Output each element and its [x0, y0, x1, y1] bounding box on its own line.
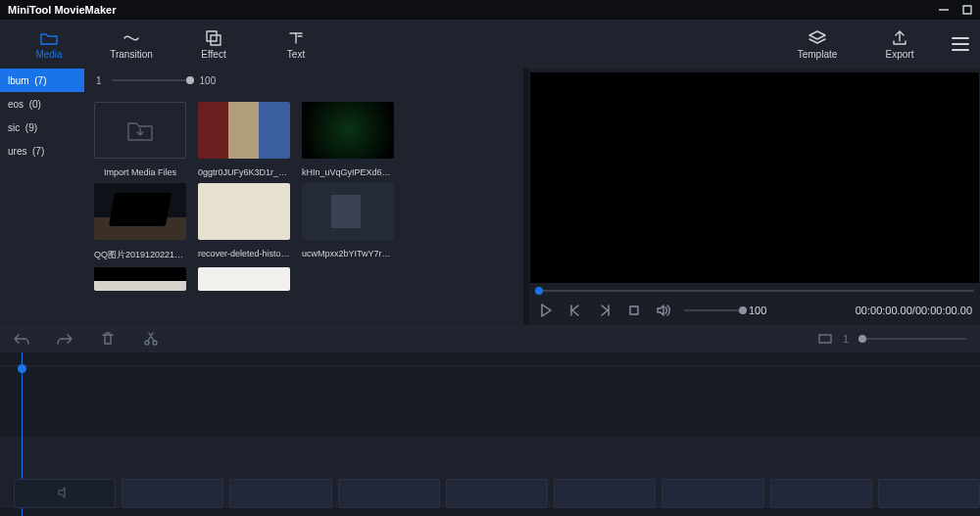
timeline-zoom-value: 1 [843, 333, 849, 345]
tab-effect-label: Effect [201, 49, 225, 60]
media-zoom-min: 1 [96, 75, 102, 86]
svg-rect-3 [211, 35, 220, 45]
tab-transition-label: Transition [110, 49, 153, 60]
menu-button[interactable] [949, 32, 972, 56]
volume-value: 100 [749, 305, 766, 316]
media-item[interactable]: 0ggtr0JUFy6K3D1r_9aS... [198, 102, 290, 177]
svg-rect-10 [819, 335, 831, 343]
folder-icon [40, 29, 58, 47]
timeline-segment[interactable] [770, 479, 872, 508]
play-button[interactable] [537, 302, 555, 319]
audio-track[interactable] [0, 437, 980, 472]
stop-button[interactable] [625, 302, 643, 319]
media-item[interactable]: ucwMpxx2bYITwY7rZ... [302, 183, 394, 261]
tab-text-label: Text [287, 49, 305, 60]
undo-button[interactable] [14, 331, 29, 347]
app-title: MiniTool MovieMaker [8, 4, 116, 16]
timeline-segment[interactable] [446, 479, 548, 508]
media-grid: Import Media Files 0ggtr0JUFy6K3D1r_9aS.… [84, 92, 523, 325]
maximize-button[interactable] [962, 5, 972, 15]
player-controls: 100 00:00:00.00/00:00:00.00 [529, 296, 980, 325]
tab-media[interactable]: Media [8, 21, 90, 68]
sidebar-videos-label: eos (0) [8, 99, 41, 110]
tab-transition[interactable]: Transition [90, 21, 172, 68]
sidebar-item-videos[interactable]: eos (0) [0, 92, 84, 116]
template-icon [808, 29, 826, 47]
timeline-segment[interactable] [338, 479, 440, 508]
svg-rect-1 [963, 6, 971, 14]
media-item[interactable] [94, 267, 186, 291]
prev-frame-button[interactable] [566, 302, 584, 319]
timeline-segment[interactable] [122, 479, 223, 508]
timeline-segment[interactable] [14, 479, 116, 508]
timeline-segments [14, 479, 980, 508]
tab-template-label: Template [798, 49, 838, 60]
transition-icon [122, 29, 140, 47]
media-zoom-slider[interactable] [112, 79, 190, 81]
timeline-segment[interactable] [229, 479, 331, 508]
sidebar-music-label: sic (9) [8, 122, 37, 133]
export-icon [891, 29, 908, 47]
delete-button[interactable] [100, 331, 116, 347]
timeline-segment[interactable] [662, 479, 763, 508]
category-sidebar: lbum (7) eos (0) sic (9) ures (7) [0, 69, 84, 325]
media-item-label: recover-deleted-histor... [198, 249, 290, 258]
text-icon [287, 29, 305, 47]
tab-media-label: Media [35, 49, 62, 60]
timecode: 00:00:00.00/00:00:00.00 [856, 305, 972, 316]
main-toolbar: Media Transition Effect Text Template Ex… [0, 20, 980, 69]
timeline-zoom-slider[interactable] [858, 338, 966, 340]
media-zoom-row: 1 100 [84, 69, 523, 92]
media-item[interactable] [198, 267, 290, 291]
preview-pane: 100 00:00:00.00/00:00:00.00 [529, 69, 980, 325]
redo-button[interactable] [57, 331, 73, 347]
window-controls [939, 5, 972, 15]
timeline [0, 352, 980, 516]
timeline-ruler[interactable] [0, 352, 980, 366]
edit-toolbar: 1 [0, 325, 980, 352]
audio-icon [57, 486, 73, 501]
media-pane: 1 100 Import Media Files 0ggtr0JUFy6K3D1… [84, 69, 523, 325]
tab-template[interactable]: Template [776, 21, 858, 68]
preview-video[interactable] [530, 72, 979, 283]
fullscreen-icon[interactable] [817, 331, 833, 347]
volume-slider[interactable]: 100 [684, 305, 766, 316]
split-button[interactable] [143, 331, 159, 347]
tab-text[interactable]: Text [255, 21, 337, 68]
media-item[interactable]: QQ图片20191202215506 [94, 183, 186, 261]
media-zoom-max: 100 [200, 75, 217, 86]
sidebar-album-label: lbum (7) [8, 75, 46, 86]
next-frame-button[interactable] [596, 302, 613, 319]
import-media-button[interactable]: Import Media Files [94, 102, 186, 177]
media-item-label: kHIn_uVqGyIPEXd6D... [302, 167, 394, 177]
timeline-segment[interactable] [878, 479, 980, 508]
sidebar-item-music[interactable]: sic (9) [0, 116, 84, 139]
svg-point-8 [145, 341, 149, 345]
main-area: lbum (7) eos (0) sic (9) ures (7) 1 100 … [0, 69, 980, 325]
tab-export[interactable]: Export [858, 21, 941, 68]
video-track[interactable] [0, 366, 980, 437]
media-item-label: ucwMpxx2bYITwY7rZ... [302, 249, 394, 258]
effect-icon [205, 29, 222, 47]
media-item-label: 0ggtr0JUFy6K3D1r_9aS... [198, 167, 290, 177]
seek-bar[interactable] [535, 286, 974, 296]
sidebar-pictures-label: ures (7) [8, 146, 44, 157]
sidebar-item-album[interactable]: lbum (7) [0, 69, 84, 92]
media-item-label: QQ图片20191202215506 [94, 249, 186, 261]
media-item[interactable]: kHIn_uVqGyIPEXd6D... [302, 102, 394, 177]
media-item[interactable]: recover-deleted-histor... [198, 183, 290, 261]
tab-effect[interactable]: Effect [172, 21, 255, 68]
volume-icon[interactable] [655, 302, 672, 319]
import-label: Import Media Files [94, 167, 186, 177]
sidebar-item-pictures[interactable]: ures (7) [0, 139, 84, 163]
timeline-segment[interactable] [554, 479, 656, 508]
tab-export-label: Export [886, 49, 914, 60]
svg-rect-7 [630, 306, 638, 314]
title-bar: MiniTool MovieMaker [0, 0, 980, 20]
svg-rect-2 [207, 31, 217, 41]
minimize-button[interactable] [939, 5, 949, 15]
svg-point-9 [153, 341, 157, 345]
